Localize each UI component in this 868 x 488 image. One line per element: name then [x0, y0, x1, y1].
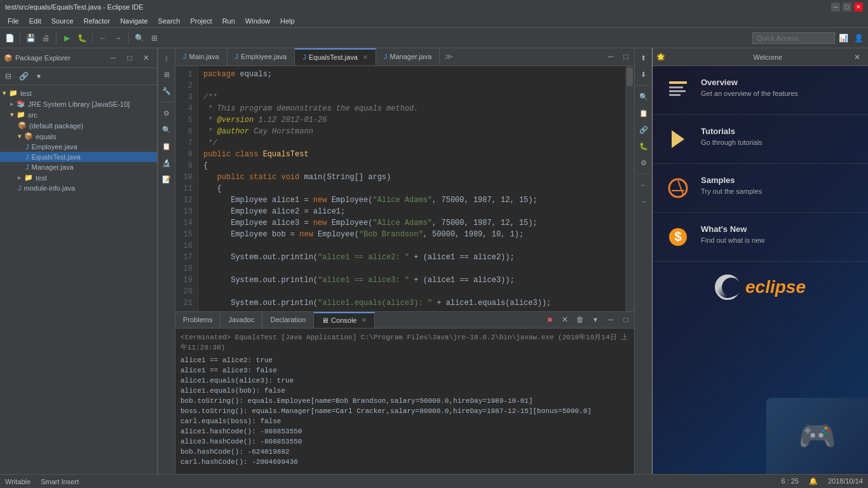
link-editor-button[interactable]: 🔗: [17, 69, 31, 83]
tab-javadoc[interactable]: Javadoc: [220, 312, 262, 328]
close-button[interactable]: ✕: [854, 3, 863, 11]
console-line: carl.hashCode(): -2004699436: [180, 457, 629, 467]
menu-edit[interactable]: Edit: [24, 16, 46, 26]
maximize-button[interactable]: □: [843, 3, 851, 11]
editor-maximize[interactable]: □: [619, 50, 633, 64]
console-maximize[interactable]: □: [619, 313, 633, 327]
folder-icon: 📁: [24, 173, 33, 182]
vert-btn-6[interactable]: 📋: [159, 139, 173, 153]
editor-minimize[interactable]: ─: [604, 50, 618, 64]
tree-item-test-pkg[interactable]: ▸ 📁 test: [0, 172, 157, 183]
collapse-all-button[interactable]: ⊟: [1, 69, 15, 83]
tab-main-java[interactable]: J Main.java: [175, 48, 227, 65]
whats-new-section[interactable]: $ What's New Find out what is new: [653, 213, 868, 262]
tree-item-moduleinfo[interactable]: J module-info.java: [0, 183, 157, 193]
tree-item-test[interactable]: ▾ 📁 test: [0, 88, 157, 98]
tab-problems[interactable]: Problems: [175, 312, 220, 328]
menu-search[interactable]: Search: [153, 16, 186, 26]
menu-run[interactable]: Run: [217, 16, 240, 26]
perspective-icon[interactable]: 📊: [836, 31, 850, 45]
remove-button[interactable]: ✕: [558, 313, 572, 327]
vert-btn-5[interactable]: 🔍: [159, 123, 173, 137]
vert-btn-7[interactable]: 🔬: [159, 156, 173, 170]
rt-btn-7[interactable]: ⚙: [637, 156, 651, 170]
tab-console[interactable]: 🖥 Console ✕: [314, 312, 375, 328]
print-button[interactable]: 🖨: [39, 31, 53, 45]
scrollbar-thumb[interactable]: [627, 67, 633, 86]
rt-btn-4[interactable]: 📋: [637, 106, 651, 120]
welcome-icon: 🌟: [656, 53, 751, 61]
vert-btn-3[interactable]: 🔧: [159, 84, 173, 98]
samples-text: Samples Try out the samples: [701, 175, 762, 195]
tree-item-equals-pkg[interactable]: ▾ 📦 equals: [0, 131, 157, 142]
forward-button[interactable]: →: [111, 31, 125, 45]
samples-section[interactable]: Samples Try out the samples: [653, 164, 868, 213]
menu-source[interactable]: Source: [46, 16, 79, 26]
menu-project[interactable]: Project: [185, 16, 217, 26]
welcome-close-button[interactable]: ✕: [850, 50, 864, 64]
save-button[interactable]: 💾: [24, 31, 37, 45]
tree-label: EqualsTest.java: [32, 153, 81, 161]
back-button[interactable]: ←: [96, 31, 110, 45]
rt-btn-1[interactable]: ⬆: [637, 51, 651, 65]
maximize-view-button[interactable]: □: [123, 51, 137, 65]
window-controls: ─ □ ✕: [831, 3, 863, 11]
pkg-menu-button[interactable]: ▾: [32, 69, 46, 83]
status-date-time: 2018/10/14: [828, 477, 863, 485]
code-content[interactable]: package equals; /** * This program demon…: [198, 66, 625, 311]
toolbar-sep-3: [92, 32, 93, 44]
console-menu[interactable]: ▾: [588, 313, 602, 327]
rt-btn-3[interactable]: 🔍: [637, 90, 651, 104]
vert-btn-4[interactable]: ⚙: [159, 106, 173, 120]
rt-btn-6[interactable]: 🐛: [637, 139, 651, 153]
code-editor[interactable]: 12345 678910 1112131415 1617181920 21 pa…: [175, 66, 625, 311]
tab-equalstest-java[interactable]: J EqualsTest.java ✕: [295, 48, 376, 65]
new-button[interactable]: 📄: [3, 31, 17, 45]
run-button[interactable]: ▶: [60, 31, 74, 45]
debug-button[interactable]: 🐛: [75, 31, 89, 45]
close-view-button[interactable]: ✕: [139, 51, 153, 65]
menu-window[interactable]: Window: [240, 16, 275, 26]
search-button[interactable]: 🔍: [132, 31, 146, 45]
svg-rect-2: [669, 90, 686, 92]
tab-declaration[interactable]: Declaration: [262, 312, 314, 328]
console-minimize[interactable]: ─: [604, 313, 618, 327]
minimize-button[interactable]: ─: [831, 3, 840, 11]
vert-btn-1[interactable]: ↕: [159, 51, 173, 65]
tree-item-default-pkg[interactable]: 📦 (default package): [0, 120, 157, 131]
menu-file[interactable]: File: [3, 16, 24, 26]
perspective-button[interactable]: ⊞: [147, 31, 161, 45]
rt-btn-9[interactable]: →: [637, 194, 651, 208]
tree-item-src[interactable]: ▾ 📁 src: [0, 109, 157, 120]
menu-navigate[interactable]: Navigate: [115, 16, 153, 26]
editor-scrollbar[interactable]: [625, 66, 634, 311]
tab-overflow[interactable]: ≫: [440, 50, 458, 64]
user-icon[interactable]: 👤: [851, 31, 865, 45]
vert-btn-8[interactable]: 📝: [159, 172, 173, 186]
tree-item-jre[interactable]: ▸ 📚 JRE System Library [JavaSE-10]: [0, 98, 157, 109]
quick-access-input[interactable]: [752, 32, 835, 44]
tab-manager-java[interactable]: J Manager.java: [376, 48, 440, 65]
terminate-button[interactable]: ■: [543, 313, 557, 327]
tutorials-section[interactable]: Tutorials Go through tutorials: [653, 115, 868, 164]
rt-sep-2: [637, 173, 650, 174]
minimize-view-button[interactable]: ─: [106, 51, 120, 65]
bottom-panel: Problems Javadoc Declaration 🖥 Console ✕…: [175, 311, 634, 474]
rt-btn-8[interactable]: ←: [637, 178, 651, 192]
overview-section[interactable]: Overview Get an overview of the features: [653, 66, 868, 115]
tab-close-icon[interactable]: ✕: [363, 54, 368, 60]
vert-btn-2[interactable]: ⊞: [159, 67, 173, 81]
tab-employee-java[interactable]: J Employee.java: [227, 48, 295, 65]
status-right: 6 : 25 🔔 2018/10/14: [781, 477, 863, 485]
tree-item-manager[interactable]: J Manager.java: [0, 162, 157, 172]
tree-item-employee[interactable]: J Employee.java: [0, 142, 157, 152]
menu-refactor[interactable]: Refactor: [79, 16, 116, 26]
rt-btn-2[interactable]: ⬇: [637, 67, 651, 81]
welcome-header: 🌟 Welcome ✕: [653, 48, 868, 66]
console-close-icon[interactable]: ✕: [362, 317, 367, 323]
tree-item-equalstest[interactable]: J EqualsTest.java: [0, 152, 157, 162]
package-tree: ▾ 📁 test ▸ 📚 JRE System Library [JavaSE-…: [0, 85, 157, 474]
clear-button[interactable]: 🗑: [573, 313, 587, 327]
menu-help[interactable]: Help: [275, 16, 300, 26]
rt-btn-5[interactable]: 🔗: [637, 123, 651, 137]
